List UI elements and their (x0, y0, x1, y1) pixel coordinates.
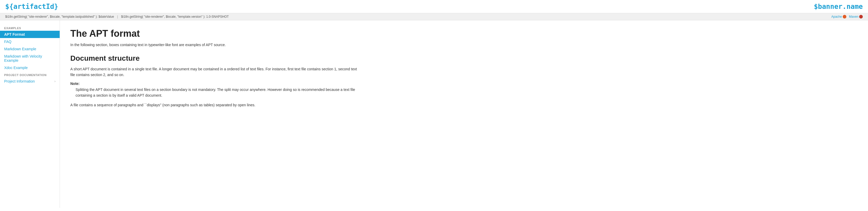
note-block: Note: Splitting the APT document in seve… (70, 82, 362, 98)
apache-icon (843, 15, 846, 19)
subheader-meta: $i18n.getString( "site-renderer", $local… (5, 15, 229, 19)
apache-label: Apache (831, 15, 842, 19)
sidebar-section-project-docs: PROJECT DOCUMENTATION (0, 71, 60, 78)
header-banner-name: $banner.name (814, 3, 863, 10)
apache-link[interactable]: Apache (831, 15, 846, 19)
last-published-text: $i18n.getString( "site-renderer", $local… (5, 15, 114, 19)
header: ${artifactId} $banner.name (0, 0, 868, 13)
content-area: The APT format In the following section,… (60, 20, 373, 208)
page-title: The APT format (70, 28, 362, 39)
section-document-structure-title: Document structure (70, 54, 362, 62)
sidebar-item-apt-format[interactable]: APT Format (0, 31, 60, 38)
note-content: Splitting the APT document in several te… (70, 87, 362, 98)
subheader-links: Apache Maven (831, 15, 863, 19)
maven-link[interactable]: Maven (849, 15, 863, 19)
project-information-label: Project Information (4, 79, 35, 83)
sidebar-item-faq[interactable]: FAQ (0, 38, 60, 45)
sidebar-item-markdown-velocity[interactable]: Markdown with Velocity Example (0, 53, 60, 64)
paragraph-file-sequence: A file contains a sequence of paragraphs… (70, 102, 362, 108)
subheader: $i18n.getString( "site-renderer", $local… (0, 13, 868, 20)
subheader-separator: | (117, 15, 118, 19)
paragraph-document-structure: A short APT document is contained in a s… (70, 66, 362, 78)
maven-label: Maven (849, 15, 858, 19)
sidebar-section-examples: EXAMPLES (0, 25, 60, 31)
sidebar: EXAMPLES APT Format FAQ Markdown Example… (0, 20, 60, 208)
note-label: Note: (70, 82, 362, 86)
sidebar-item-xdoc-example[interactable]: Xdoc Example (0, 64, 60, 71)
page-intro: In the following section, boxes containi… (70, 43, 362, 47)
maven-icon (859, 15, 863, 19)
version-text: $i18n.getString( "site-renderer", $local… (121, 15, 229, 19)
chevron-right-icon: › (55, 80, 56, 83)
main-layout: EXAMPLES APT Format FAQ Markdown Example… (0, 20, 868, 208)
sidebar-item-project-information[interactable]: Project Information › (0, 78, 60, 85)
header-artifact-id: ${artifactId} (5, 3, 58, 10)
sidebar-item-markdown-example[interactable]: Markdown Example (0, 45, 60, 53)
